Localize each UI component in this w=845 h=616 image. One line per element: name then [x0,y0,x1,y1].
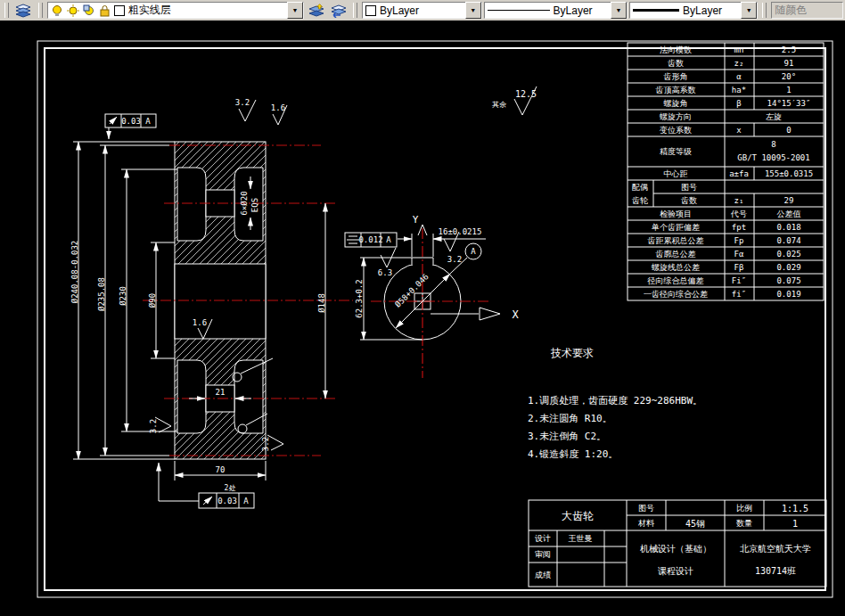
table-cell: 0.018 [776,223,800,232]
toolbar-grip[interactable] [353,3,357,18]
current-linetype-value: ByLayer [554,4,593,17]
gdt-runout-top: 0.03 A [105,114,156,139]
table-cell: 齿顶高系数 [656,86,696,94]
table-cell: 1 [786,86,791,94]
make-layer-current-button[interactable] [306,2,326,20]
gdt-runout-bottom: 0.03 A 2处 [159,463,254,508]
viewport-freeze-icon[interactable] [83,4,95,17]
layer-manager-button[interactable] [13,2,34,20]
roughness-right-face: 3.2 [261,437,270,451]
table-cell: 一齿径向综合公差 [644,290,708,299]
sun-icon[interactable] [67,4,79,17]
design-label: 设计 [535,534,551,543]
gdt-top-value: 0.03 [121,117,141,126]
layer-dropdown[interactable]: 粗实线层 ▼ [47,2,304,19]
toolbar-grip[interactable] [762,3,767,18]
table-cell: 0.075 [776,276,800,285]
tech-req-item: 2.未注圆角 R10。 [528,413,612,424]
dim-rim-inner-diameter: Ø230 [119,286,127,306]
table-cell: 图号 [681,183,697,192]
table-cell: ha* [732,86,746,94]
roughness-rest-label: 其余 [492,101,506,109]
current-color-value: ByLayer [380,4,419,17]
table-cell: 配偶 [632,183,648,192]
color-dropdown-arrow[interactable]: ▼ [465,2,481,19]
roughness-bore: 1.6 [193,318,207,327]
dim-hub-diameter: Ø90 [148,293,157,308]
course-name-line2: 课程设计 [658,566,693,576]
dim-tip-diameter: Ø240.08-0.032 [70,241,79,303]
table-cell: 变位系数 [660,126,692,135]
table-cell: Fp [734,236,744,245]
table-cell: Fβ [734,263,744,272]
table-cell: 齿距累积总公差 [648,236,704,245]
lineweight-sample [633,9,679,12]
dim-holes: 6×Ø20 [240,191,249,215]
drawing-canvas[interactable]: Ø240.08-0.032 Ø235.08 Ø230 Ø90 Ø148 6×Ø2… [0,0,845,616]
bulb-icon[interactable] [51,4,63,17]
table-cell: 齿形角 [664,72,688,81]
table-cell: 91 [784,59,794,68]
axis-y-label: Y [413,214,419,226]
toolbar-grip[interactable] [4,3,9,18]
table-cell: 0.025 [776,250,800,259]
roughness-top-face: 3.2 [235,98,250,107]
bore-end-view-dimensions: 16±0.0215 0.012 A 62.3+0.2 Ø58+0.046 A 3… [345,227,486,340]
lineweight-dropdown-arrow[interactable]: ▼ [741,2,757,19]
course-name-line1: 机械设计（基础） [640,544,711,554]
linetype-dropdown-arrow[interactable]: ▼ [611,2,627,19]
general-roughness-note: 其余 12.5 [492,86,537,115]
current-lineweight-value: ByLayer [683,4,722,17]
lineweight-control-dropdown[interactable]: ByLayer ▼ [629,2,758,19]
table-cell: α [736,72,742,81]
table-cell: 14°15′33″ [767,99,811,108]
table-cell: Fi″ [732,276,746,285]
table-cell: 螺旋方向 [660,112,692,121]
linetype-sample [488,10,550,11]
table-cell: 0.019 [776,290,800,299]
dim-bolt-circle: Ø148 [317,293,326,313]
table-cell: z₂ [734,59,744,68]
lock-icon[interactable] [99,4,111,17]
table-cell: mn [734,45,744,54]
layer-previous-button[interactable] [328,2,349,20]
color-control-dropdown[interactable]: ByLayer ▼ [362,2,482,19]
roughness-top-side: 1.6 [271,103,285,112]
gdt-symmetry-datum: A [386,235,391,244]
table-cell: 单个齿距偏差 [652,223,700,232]
table-cell: 中心距 [664,169,688,178]
table-cell: Fα [734,250,744,259]
part-name: 大齿轮 [562,510,594,522]
make-layer-current-icon [308,4,324,18]
layer-dropdown-arrow[interactable]: ▼ [287,2,303,19]
dim-bore-diameter: Ø58+0.046 [393,272,431,309]
plotstyle-control-dropdown: 随颜色 [771,2,843,19]
table-cell: 公差值 [777,209,801,218]
roughness-keyway-side: 3.2 [447,255,462,264]
roughness-keyway-bottom: 6.3 [378,268,392,277]
material-value: 45钢 [685,519,705,529]
table-cell: 径向综合总偏差 [647,276,704,285]
table-cell: 齿数 [681,196,697,205]
table-cell: 螺旋角 [664,99,688,108]
sheet-frame [37,41,833,597]
table-cell: 0 [786,126,791,135]
table-cell: 0.029 [776,263,800,272]
gdt-bottom-note: 2处 [225,484,236,492]
dim-web-thickness: 21 [216,388,226,397]
table-cell: fi″ [732,290,746,299]
table-cell: 2.5 [782,45,796,54]
table-cell: 法向模数 [660,45,692,54]
designer-name: 王世曼 [569,534,593,543]
class-number: 130714班 [755,566,796,576]
table-cell: fpt [732,223,746,232]
linetype-control-dropdown[interactable]: ByLayer ▼ [484,2,628,19]
table-cell: 20° [782,72,796,81]
circular-runout-icon [203,497,212,505]
scale-label: 比例 [736,504,752,513]
current-layer-name: 粗实线层 [128,3,171,18]
toolbar-grip[interactable] [38,3,43,18]
bore-end-view[interactable]: Y X [371,214,519,379]
table-cell: 8 [771,140,775,149]
quantity-label: 数量 [736,519,752,528]
